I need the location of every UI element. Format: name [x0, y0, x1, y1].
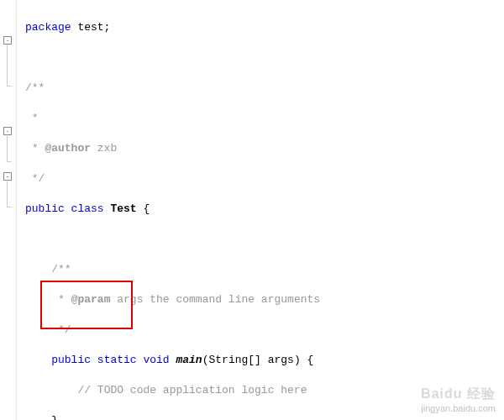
javadoc-line: *: [51, 293, 71, 306]
javadoc-author-name: zxb: [91, 142, 117, 155]
javadoc-param-name: args: [110, 293, 150, 306]
keyword-package: package: [25, 21, 71, 34]
javadoc-start: /**: [51, 263, 71, 276]
line-comment: // TODO code application logic here: [77, 384, 307, 396]
method-params: (String[] args) {: [202, 354, 314, 366]
method-name-main: main: [176, 354, 202, 366]
code-editor[interactable]: - - - package test; /** * * @author zxb …: [0, 0, 504, 420]
keyword-public: public: [25, 202, 65, 215]
fold-gutter: - - -: [0, 0, 17, 420]
javadoc-tag-param: @param: [71, 293, 111, 306]
fold-toggle-icon[interactable]: -: [3, 36, 12, 45]
javadoc-start: /**: [25, 81, 45, 94]
javadoc-end: */: [51, 323, 71, 336]
fold-toggle-icon[interactable]: -: [3, 127, 12, 135]
keyword-static: static: [91, 354, 137, 366]
fold-toggle-icon[interactable]: -: [3, 172, 12, 181]
package-name: test;: [71, 21, 111, 34]
javadoc-tag-author: @author: [45, 142, 91, 155]
keyword-class: class: [65, 202, 104, 215]
javadoc-param-desc: the command line arguments: [150, 293, 320, 306]
javadoc-line: *: [25, 112, 39, 124]
keyword-public: public: [51, 354, 91, 366]
keyword-void: void: [137, 354, 170, 366]
watermark-logo: Baidu 经验: [421, 386, 496, 403]
watermark: Baidu 经验 jingyan.baidu.com: [421, 386, 496, 413]
javadoc-end: */: [25, 172, 45, 185]
code-content[interactable]: package test; /** * * @author zxb */ pub…: [17, 0, 504, 420]
watermark-url: jingyan.baidu.com: [421, 403, 496, 413]
javadoc-line: *: [25, 142, 45, 155]
brace: }: [51, 414, 58, 420]
class-name-test: Test: [110, 202, 136, 215]
brace: {: [137, 202, 150, 215]
